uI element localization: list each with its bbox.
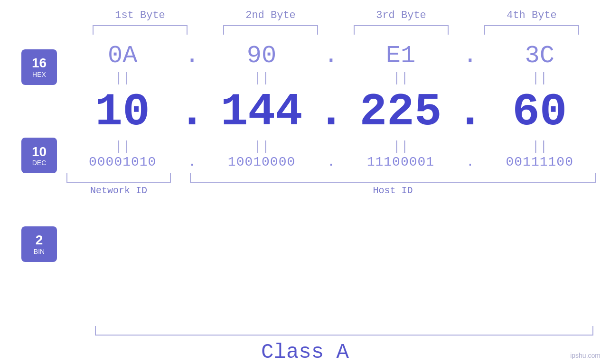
hex-dot2: . (321, 42, 340, 70)
hex-dot3: . (460, 42, 479, 70)
eq2-b3: || (348, 139, 453, 154)
bottom-brackets (66, 173, 596, 183)
byte-headers: 1st Byte 2nd Byte 3rd Byte 4th Byte (75, 0, 597, 21)
host-id-label: Host ID (190, 185, 596, 196)
bracket-top-4 (484, 25, 579, 35)
badges-column: 16 HEX 10 DEC 2 BIN (0, 37, 57, 274)
bracket-host (190, 173, 596, 183)
bin-badge-label: BIN (34, 248, 45, 255)
byte4-header: 4th Byte (484, 9, 579, 21)
equals-row-2: || || || || (66, 139, 596, 154)
ip-display: 0A . 90 . E1 . 3C (57, 37, 610, 321)
bin-badge: 2 BIN (21, 226, 57, 262)
dec-byte1: 10 (70, 90, 175, 135)
dec-row: 10 . 144 . 225 . 60 (66, 86, 596, 138)
byte1-header: 1st Byte (93, 9, 188, 21)
byte3-header: 3rd Byte (354, 9, 449, 21)
bin-byte4: 00111100 (488, 155, 592, 169)
dec-badge-number: 10 (32, 145, 47, 159)
bin-badge-number: 2 (36, 233, 43, 248)
dec-byte3: 225 (348, 90, 453, 135)
hex-badge: 16 HEX (21, 49, 57, 85)
dec-dot3: . (460, 86, 479, 138)
hex-badge-label: HEX (32, 71, 46, 78)
eq1-b4: || (488, 71, 592, 85)
bracket-top-1 (93, 25, 188, 35)
hex-byte3: E1 (348, 42, 453, 70)
hex-row: 0A . 90 . E1 . 3C (66, 42, 596, 70)
watermark: ipshu.com (570, 352, 601, 359)
bin-row: 00001010 . 10010000 . 11100001 . (66, 155, 596, 169)
eq2-b2: || (209, 139, 314, 154)
bracket-network (66, 173, 171, 183)
dec-byte2: 144 (209, 90, 314, 135)
byte2-header: 2nd Byte (223, 9, 318, 21)
id-labels: Network ID Host ID (66, 185, 596, 196)
eq2-b4: || (488, 139, 592, 154)
top-brackets (75, 25, 597, 35)
hex-byte2: 90 (209, 42, 314, 70)
equals-row-1: || || || || (66, 71, 596, 85)
main-container: 1st Byte 2nd Byte 3rd Byte 4th Byte 16 H… (0, 0, 610, 364)
bin-byte3: 11100001 (348, 155, 453, 169)
hex-badge-number: 16 (32, 56, 47, 71)
bin-byte2: 10010000 (209, 155, 314, 169)
dec-dot1: . (183, 86, 202, 138)
hex-byte1: 0A (70, 42, 175, 70)
bin-byte1: 00001010 (70, 155, 175, 169)
dec-byte4: 60 (488, 90, 592, 135)
network-id-label: Network ID (66, 185, 171, 196)
hex-dot1: . (183, 42, 202, 70)
bracket-top-3 (354, 25, 449, 35)
eq2-b1: || (70, 139, 175, 154)
bin-dot2: . (321, 155, 340, 169)
eq1-b3: || (348, 71, 453, 85)
bracket-top-2 (223, 25, 318, 35)
bin-dot3: . (460, 155, 479, 169)
dec-badge-label: DEC (32, 159, 47, 167)
dec-badge: 10 DEC (21, 138, 57, 173)
hex-byte4: 3C (488, 42, 592, 70)
bin-dot1: . (183, 155, 202, 169)
eq1-b2: || (209, 71, 314, 85)
class-label: Class A (0, 340, 610, 364)
full-bottom-bracket (95, 326, 593, 336)
dec-dot2: . (321, 86, 340, 138)
eq1-b1: || (70, 71, 175, 85)
